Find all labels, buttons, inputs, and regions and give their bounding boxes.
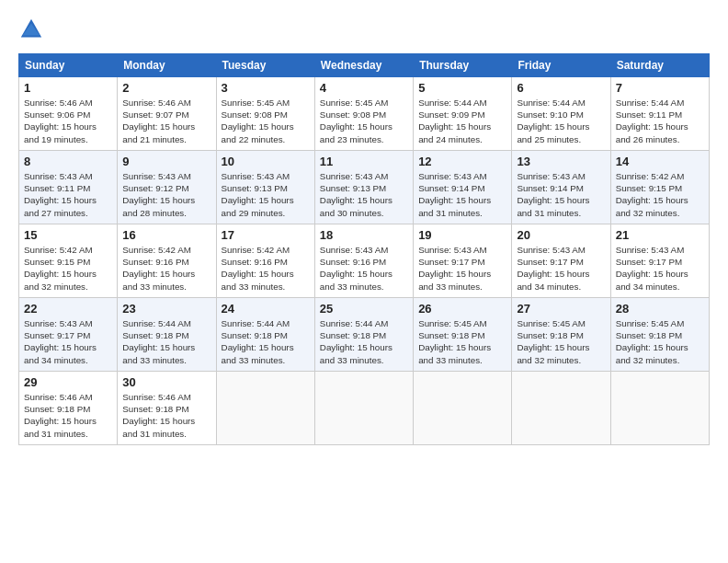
sunset-text: Sunset: 9:06 PM (24, 109, 90, 120)
sunset-text: Sunset: 9:11 PM (616, 109, 682, 120)
daylight-text: Daylight: 15 hours and 32 minutes. (616, 195, 688, 217)
col-header-saturday: Saturday (610, 54, 709, 77)
sunset-text: Sunset: 9:17 PM (517, 257, 583, 267)
table-row: 17Sunrise: 5:42 AMSunset: 9:16 PMDayligh… (216, 224, 314, 298)
daylight-text: Daylight: 15 hours and 31 minutes. (24, 416, 97, 438)
sunrise-text: Sunrise: 5:46 AM (122, 392, 191, 402)
day-number: 16 (122, 228, 210, 242)
table-row: 25Sunrise: 5:44 AMSunset: 9:18 PMDayligh… (314, 298, 413, 372)
day-info: Sunrise: 5:43 AMSunset: 9:13 PMDaylight:… (222, 170, 310, 219)
sunset-text: Sunset: 9:12 PM (122, 183, 188, 193)
day-info: Sunrise: 5:44 AMSunset: 9:18 PMDaylight:… (320, 317, 408, 366)
sunrise-text: Sunrise: 5:46 AM (24, 392, 93, 402)
sunrise-text: Sunrise: 5:43 AM (24, 171, 93, 181)
day-info: Sunrise: 5:45 AMSunset: 9:18 PMDaylight:… (418, 317, 506, 366)
calendar-week-4: 29Sunrise: 5:46 AMSunset: 9:18 PMDayligh… (19, 372, 710, 445)
day-number: 10 (222, 155, 310, 168)
day-number: 14 (616, 155, 704, 168)
sunset-text: Sunset: 9:17 PM (418, 257, 484, 267)
sunset-text: Sunset: 9:18 PM (616, 330, 682, 340)
daylight-text: Daylight: 15 hours and 31 minutes. (122, 416, 195, 438)
day-info: Sunrise: 5:45 AMSunset: 9:18 PMDaylight:… (616, 317, 704, 366)
daylight-text: Daylight: 15 hours and 25 minutes. (517, 121, 589, 144)
day-number: 8 (24, 155, 112, 168)
daylight-text: Daylight: 15 hours and 31 minutes. (517, 195, 589, 217)
day-info: Sunrise: 5:44 AMSunset: 9:11 PMDaylight:… (616, 97, 704, 145)
day-info: Sunrise: 5:46 AMSunset: 9:18 PMDaylight:… (122, 391, 210, 440)
day-number: 13 (517, 155, 605, 168)
daylight-text: Daylight: 15 hours and 30 minutes. (320, 195, 392, 217)
sunrise-text: Sunrise: 5:44 AM (222, 318, 290, 328)
daylight-text: Daylight: 15 hours and 24 minutes. (418, 121, 491, 144)
day-info: Sunrise: 5:45 AMSunset: 9:08 PMDaylight:… (222, 97, 310, 145)
sunrise-text: Sunrise: 5:45 AM (222, 98, 290, 108)
daylight-text: Daylight: 15 hours and 33 minutes. (320, 269, 392, 291)
sunrise-text: Sunrise: 5:42 AM (122, 245, 191, 255)
table-row: 22Sunrise: 5:43 AMSunset: 9:17 PMDayligh… (19, 298, 118, 372)
daylight-text: Daylight: 15 hours and 29 minutes. (222, 195, 294, 217)
day-number: 19 (418, 228, 506, 242)
sunrise-text: Sunrise: 5:43 AM (616, 245, 685, 255)
table-row (314, 372, 413, 445)
day-info: Sunrise: 5:43 AMSunset: 9:16 PMDaylight:… (320, 244, 408, 293)
sunset-text: Sunset: 9:17 PM (616, 257, 682, 267)
day-number: 2 (122, 81, 210, 95)
daylight-text: Daylight: 15 hours and 32 minutes. (24, 269, 97, 291)
day-info: Sunrise: 5:43 AMSunset: 9:17 PMDaylight:… (616, 244, 704, 293)
sunset-text: Sunset: 9:14 PM (418, 183, 484, 193)
day-number: 1 (24, 81, 112, 95)
daylight-text: Daylight: 15 hours and 34 minutes. (517, 269, 589, 291)
day-number: 6 (517, 81, 605, 95)
table-row (216, 372, 314, 445)
day-info: Sunrise: 5:45 AMSunset: 9:08 PMDaylight:… (320, 97, 408, 145)
col-header-tuesday: Tuesday (216, 54, 314, 77)
table-row: 2Sunrise: 5:46 AMSunset: 9:07 PMDaylight… (118, 77, 216, 151)
table-row: 30Sunrise: 5:46 AMSunset: 9:18 PMDayligh… (118, 372, 216, 445)
sunset-text: Sunset: 9:18 PM (517, 330, 583, 340)
table-row: 6Sunrise: 5:44 AMSunset: 9:10 PMDaylight… (512, 77, 610, 151)
day-number: 15 (24, 228, 112, 242)
daylight-text: Daylight: 15 hours and 34 minutes. (24, 342, 97, 364)
day-info: Sunrise: 5:44 AMSunset: 9:09 PMDaylight:… (418, 97, 506, 145)
table-row: 21Sunrise: 5:43 AMSunset: 9:17 PMDayligh… (610, 224, 709, 298)
daylight-text: Daylight: 15 hours and 19 minutes. (24, 121, 97, 144)
day-number: 26 (418, 302, 506, 316)
sunset-text: Sunset: 9:16 PM (320, 257, 386, 267)
day-info: Sunrise: 5:43 AMSunset: 9:17 PMDaylight:… (24, 317, 112, 366)
table-row: 1Sunrise: 5:46 AMSunset: 9:06 PMDaylight… (19, 77, 118, 151)
table-row (414, 372, 512, 445)
table-row: 14Sunrise: 5:42 AMSunset: 9:15 PMDayligh… (610, 151, 709, 224)
table-row: 10Sunrise: 5:43 AMSunset: 9:13 PMDayligh… (216, 151, 314, 224)
day-info: Sunrise: 5:45 AMSunset: 9:18 PMDaylight:… (517, 317, 605, 366)
table-row: 11Sunrise: 5:43 AMSunset: 9:13 PMDayligh… (314, 151, 413, 224)
day-info: Sunrise: 5:43 AMSunset: 9:17 PMDaylight:… (517, 244, 605, 293)
daylight-text: Daylight: 15 hours and 27 minutes. (24, 195, 97, 217)
table-row: 28Sunrise: 5:45 AMSunset: 9:18 PMDayligh… (610, 298, 709, 372)
sunrise-text: Sunrise: 5:45 AM (418, 318, 487, 328)
day-number: 12 (418, 155, 506, 168)
sunset-text: Sunset: 9:18 PM (122, 404, 188, 414)
table-row: 23Sunrise: 5:44 AMSunset: 9:18 PMDayligh… (118, 298, 216, 372)
day-number: 11 (320, 155, 408, 168)
sunrise-text: Sunrise: 5:42 AM (616, 171, 685, 181)
sunrise-text: Sunrise: 5:43 AM (320, 171, 389, 181)
day-info: Sunrise: 5:44 AMSunset: 9:18 PMDaylight:… (222, 317, 310, 366)
sunset-text: Sunset: 9:08 PM (222, 109, 288, 120)
logo (18, 17, 48, 42)
sunset-text: Sunset: 9:15 PM (24, 257, 90, 267)
daylight-text: Daylight: 15 hours and 33 minutes. (320, 342, 392, 364)
table-row: 7Sunrise: 5:44 AMSunset: 9:11 PMDaylight… (610, 77, 709, 151)
sunset-text: Sunset: 9:18 PM (320, 330, 386, 340)
col-header-thursday: Thursday (414, 54, 512, 77)
day-number: 28 (616, 302, 704, 316)
daylight-text: Daylight: 15 hours and 23 minutes. (320, 121, 392, 144)
daylight-text: Daylight: 15 hours and 33 minutes. (122, 342, 195, 364)
sunset-text: Sunset: 9:07 PM (122, 109, 188, 120)
daylight-text: Daylight: 15 hours and 33 minutes. (122, 269, 195, 291)
sunset-text: Sunset: 9:16 PM (222, 257, 288, 267)
sunset-text: Sunset: 9:13 PM (222, 183, 288, 193)
day-info: Sunrise: 5:42 AMSunset: 9:16 PMDaylight:… (222, 244, 310, 293)
table-row: 20Sunrise: 5:43 AMSunset: 9:17 PMDayligh… (512, 224, 610, 298)
table-row: 4Sunrise: 5:45 AMSunset: 9:08 PMDaylight… (314, 77, 413, 151)
table-row: 24Sunrise: 5:44 AMSunset: 9:18 PMDayligh… (216, 298, 314, 372)
